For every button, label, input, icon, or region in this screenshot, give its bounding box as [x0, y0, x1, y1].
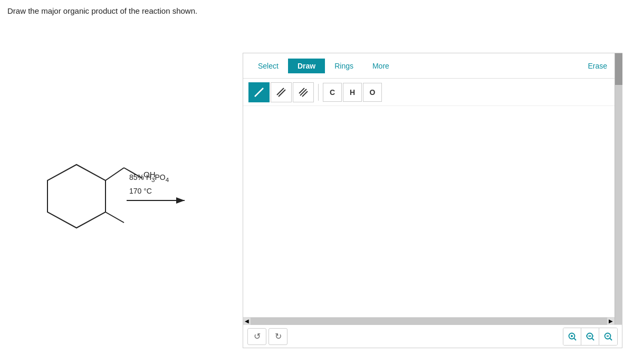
- zoom-out-button[interactable]: [599, 328, 617, 345]
- zoom-in-icon: [568, 332, 577, 341]
- svg-line-1: [106, 168, 124, 180]
- single-bond-icon: [254, 87, 264, 98]
- page-instruction: Draw the major organic product of the re…: [7, 6, 197, 15]
- tool-panel: Select Draw Rings More Erase: [243, 53, 622, 348]
- bottom-scrollbar[interactable]: ◀ ▶: [243, 317, 615, 324]
- svg-line-19: [592, 338, 594, 340]
- double-bond-icon: [276, 87, 286, 98]
- chemistry-area: OH 85% H3PO4 170 °C: [21, 142, 243, 280]
- oxygen-button[interactable]: O: [363, 83, 382, 102]
- reagent-line1: 85% H3PO4: [129, 171, 169, 185]
- zoom-fit-icon: [586, 332, 595, 341]
- zoom-fit-button[interactable]: [581, 328, 599, 345]
- undo-button[interactable]: ↺: [247, 328, 266, 345]
- separator: [318, 84, 319, 101]
- triple-bond-button[interactable]: [293, 82, 314, 102]
- double-bond-button[interactable]: [271, 82, 292, 102]
- drawing-canvas[interactable]: [243, 106, 622, 324]
- rings-button[interactable]: Rings: [325, 59, 363, 73]
- svg-line-24: [610, 338, 612, 340]
- toolbar: Select Draw Rings More Erase: [243, 53, 622, 79]
- scroll-track: [251, 318, 607, 325]
- svg-line-16: [574, 338, 576, 340]
- zoom-in-button[interactable]: [563, 328, 581, 345]
- svg-line-11: [300, 89, 306, 95]
- triple-bond-icon: [298, 87, 309, 98]
- bottom-bar: ↺ ↻: [243, 324, 622, 348]
- svg-line-4: [106, 212, 124, 223]
- single-bond-button[interactable]: [248, 82, 270, 102]
- svg-line-9: [279, 90, 285, 97]
- redo-button[interactable]: ↻: [268, 328, 287, 345]
- zoom-out-icon: [603, 332, 613, 341]
- draw-button[interactable]: Draw: [288, 59, 325, 73]
- hydrogen-button[interactable]: H: [343, 83, 362, 102]
- svg-line-8: [277, 88, 284, 95]
- more-button[interactable]: More: [363, 59, 399, 73]
- right-scrollbar[interactable]: [615, 53, 622, 324]
- zoom-controls: [563, 328, 618, 346]
- erase-button[interactable]: Erase: [578, 59, 617, 73]
- carbon-button[interactable]: C: [323, 83, 342, 102]
- bond-row: C H O: [243, 79, 622, 106]
- scroll-left-arrow[interactable]: ◀: [243, 318, 251, 325]
- select-button[interactable]: Select: [248, 59, 288, 73]
- scrollbar-thumb[interactable]: [615, 53, 622, 85]
- scroll-right-arrow[interactable]: ▶: [607, 318, 615, 325]
- svg-line-7: [255, 88, 263, 97]
- svg-marker-0: [47, 165, 106, 228]
